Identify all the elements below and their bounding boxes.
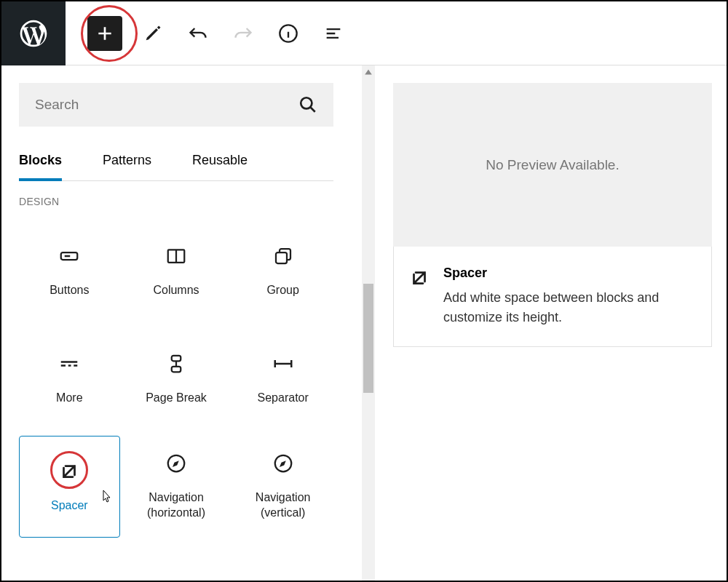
search-box[interactable] (19, 83, 333, 127)
compass-icon (165, 453, 187, 474)
pagebreak-icon (165, 353, 187, 375)
tab-reusable[interactable]: Reusable (192, 143, 248, 180)
toolbar-actions (66, 16, 348, 51)
block-more[interactable]: More (19, 328, 120, 430)
description-text: Add white space between blocks and custo… (443, 288, 697, 327)
block-description-card: Spacer Add white space between blocks an… (393, 247, 712, 347)
wordpress-logo[interactable] (1, 1, 66, 65)
scrollbar-thumb[interactable] (363, 284, 373, 393)
blocks-grid: Buttons Columns Group More Page Break Se (19, 220, 333, 538)
block-label: Columns (153, 283, 199, 298)
block-inserter-panel: Blocks Patterns Reusable DESIGN Buttons … (1, 65, 351, 581)
block-nav-vertical[interactable]: Navigation (vertical) (232, 436, 333, 538)
info-icon[interactable] (274, 19, 303, 48)
category-label: DESIGN (19, 196, 333, 207)
search-icon (298, 95, 317, 114)
description-title: Spacer (443, 266, 697, 281)
group-icon (272, 245, 294, 267)
top-toolbar (1, 1, 727, 65)
tab-blocks[interactable]: Blocks (19, 143, 62, 181)
svg-rect-6 (276, 252, 287, 263)
main-content: Blocks Patterns Reusable DESIGN Buttons … (1, 65, 727, 581)
separator-icon (272, 353, 294, 375)
block-label: More (56, 391, 82, 406)
list-view-icon[interactable] (319, 19, 348, 48)
tab-patterns[interactable]: Patterns (103, 143, 151, 180)
redo-icon (229, 19, 258, 48)
spacer-icon (408, 267, 430, 289)
edit-icon[interactable] (138, 19, 167, 48)
block-group[interactable]: Group (232, 220, 333, 322)
block-label: Page Break (146, 391, 207, 406)
search-input[interactable] (35, 97, 298, 113)
block-label: Spacer (51, 498, 88, 514)
columns-icon (165, 245, 187, 267)
block-label: Group (266, 283, 298, 298)
svg-rect-3 (65, 255, 71, 257)
buttons-icon (58, 245, 80, 267)
block-pagebreak[interactable]: Page Break (126, 328, 227, 430)
inserter-tabs: Blocks Patterns Reusable (19, 143, 333, 181)
scrollbar[interactable] (362, 65, 375, 581)
block-columns[interactable]: Columns (126, 220, 227, 322)
block-label: Buttons (50, 283, 89, 298)
add-block-button[interactable] (87, 16, 122, 51)
svg-rect-8 (172, 366, 181, 372)
svg-rect-7 (172, 355, 181, 361)
preview-placeholder: No Preview Available. (393, 83, 712, 247)
block-spacer[interactable]: Spacer (19, 436, 120, 538)
block-label: Navigation (vertical) (232, 490, 333, 521)
svg-point-1 (301, 97, 312, 108)
compass-icon (272, 453, 294, 474)
more-icon (58, 353, 80, 375)
spacer-icon (58, 461, 80, 482)
preview-panel: No Preview Available. Spacer Add white s… (379, 65, 727, 581)
block-buttons[interactable]: Buttons (19, 220, 120, 322)
undo-icon[interactable] (183, 19, 213, 48)
block-label: Separator (258, 391, 309, 406)
block-nav-horizontal[interactable]: Navigation (horizontal) (126, 436, 227, 538)
block-label: Navigation (horizontal) (126, 490, 227, 521)
pointer-cursor-icon (98, 489, 113, 510)
block-separator[interactable]: Separator (232, 328, 333, 430)
